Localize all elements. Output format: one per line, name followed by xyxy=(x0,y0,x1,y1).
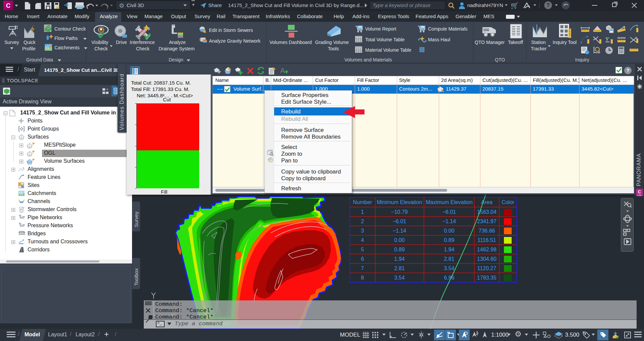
svg-text:−6.01: −6.01 xyxy=(393,218,406,224)
svg-text:2.81: 2.81 xyxy=(394,265,404,271)
svg-text:Number: Number xyxy=(353,199,373,205)
svg-text:3.54: 3.54 xyxy=(394,275,404,281)
svg-text:0.89: 0.89 xyxy=(394,247,404,252)
svg-text:i: i xyxy=(587,51,587,54)
svg-text:8: 8 xyxy=(361,275,364,281)
svg-text:4: 4 xyxy=(361,237,364,243)
svg-text:0.00: 0.00 xyxy=(394,237,404,243)
svg-text:−1.14: −1.14 xyxy=(393,228,406,234)
svg-text:A: A xyxy=(280,66,285,75)
svg-text:−10.79: −10.79 xyxy=(391,209,407,215)
svg-text:1: 1 xyxy=(361,209,364,215)
svg-text:5: 5 xyxy=(361,247,364,252)
svg-text:Σ: Σ xyxy=(605,36,610,44)
svg-text:Minimum Elevation: Minimum Elevation xyxy=(377,199,422,205)
svg-text:3: 3 xyxy=(361,228,364,234)
svg-text:Color: Color xyxy=(502,199,515,205)
svg-text:1.94: 1.94 xyxy=(394,256,404,262)
svg-text:7: 7 xyxy=(361,265,364,271)
svg-text:2: 2 xyxy=(361,218,364,224)
svg-text:6: 6 xyxy=(361,256,364,262)
